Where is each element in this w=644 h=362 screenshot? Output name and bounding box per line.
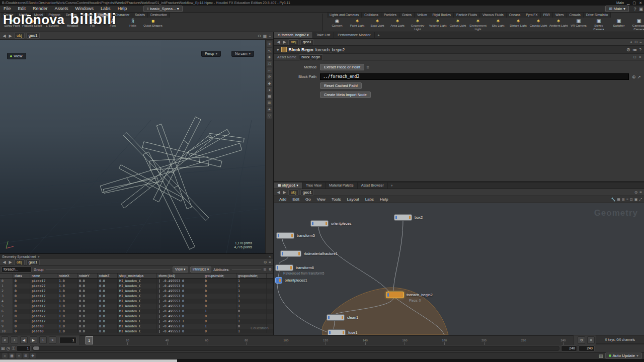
node-body[interactable] bbox=[386, 292, 404, 298]
block-path-field[interactable]: ../foreach_end2 bbox=[320, 73, 629, 80]
shelf-tab[interactable]: Destruction bbox=[148, 13, 170, 18]
view-dropdown[interactable]: View ▾ bbox=[173, 266, 188, 273]
shelf-tool[interactable]: ▣Switcher bbox=[609, 18, 629, 32]
path-node[interactable]: geo1 bbox=[26, 259, 40, 265]
shelf-tab[interactable]: Character bbox=[113, 13, 133, 18]
intrinsics-dropdown[interactable]: intrinsics ▾ bbox=[190, 266, 212, 273]
node-body[interactable] bbox=[328, 329, 346, 335]
viewport-tool-icon[interactable]: ✚ bbox=[267, 54, 272, 60]
shelf-tab[interactable]: Particle Fluids bbox=[454, 13, 480, 18]
table-row[interactable]: 10piece271.00.00.0MI_Wooden_C[ -0.495553… bbox=[0, 284, 273, 289]
network-editor-canvas[interactable]: Geometry box2 orientpieces transform5 rb… bbox=[274, 203, 644, 335]
shelf-tool[interactable]: ✶Area Light bbox=[387, 18, 408, 32]
viewport-tool-icon[interactable]: ● bbox=[267, 87, 272, 93]
shelf-tab[interactable]: Lights and Cameras bbox=[327, 13, 362, 18]
node-orientpieces[interactable]: orientpieces bbox=[310, 220, 351, 227]
shelf-tab[interactable]: Vellum bbox=[415, 13, 430, 18]
method-dropdown[interactable]: Extract Piece or Point bbox=[320, 64, 364, 70]
shelf-tab[interactable]: Deform bbox=[63, 13, 79, 18]
close-icon[interactable]: ✕ bbox=[269, 254, 271, 259]
column-header[interactable]: groupoutside; bbox=[236, 274, 267, 278]
close-icon[interactable]: ✕ bbox=[639, 0, 642, 6]
menu-icon[interactable]: ≡ bbox=[639, 55, 641, 59]
table-row[interactable]: 00piece171.00.00.0MI_Wooden_C[ -0.495553… bbox=[0, 279, 273, 284]
path-node[interactable]: geo1 bbox=[26, 33, 40, 39]
shelf-tool[interactable]: ✶Spot Light bbox=[367, 18, 387, 32]
shelf-tab[interactable]: Pyro FX bbox=[523, 13, 540, 18]
table-row[interactable]: 50piece171.00.00.0MI_Wooden_C[ -0.495553… bbox=[0, 304, 273, 309]
shelf-tool[interactable]: AFont bbox=[103, 18, 123, 32]
shelf-tab[interactable]: Texture bbox=[79, 13, 96, 18]
gear-icon[interactable]: ⚙ bbox=[269, 267, 272, 272]
step-forward-icon[interactable]: › bbox=[39, 336, 47, 344]
viewport-tool-icon[interactable]: ⊞ bbox=[267, 100, 272, 106]
message-log-icon[interactable]: ▤ bbox=[599, 353, 603, 358]
network-menu-item[interactable]: View bbox=[314, 196, 329, 203]
viewport-tool-icon[interactable]: ≡ bbox=[267, 41, 272, 47]
column-header[interactable]: groupsinside; bbox=[203, 274, 236, 278]
shelf-tab[interactable]: Rigid Bodies bbox=[430, 13, 454, 18]
snap-icon[interactable]: ⊡ bbox=[630, 198, 633, 202]
gear-icon[interactable]: ⚙ bbox=[626, 47, 630, 52]
color-icon[interactable]: ▣ bbox=[634, 198, 638, 202]
node-fuse1[interactable]: fuse1 bbox=[328, 329, 357, 335]
search-icon[interactable]: ⌕ bbox=[630, 40, 632, 45]
shelf-tool[interactable]: ▤File bbox=[83, 18, 103, 32]
shelf-tab[interactable]: Wires bbox=[553, 13, 567, 18]
expand-icon[interactable]: ⤢ bbox=[639, 198, 642, 202]
menu-item[interactable]: Assets bbox=[51, 6, 72, 12]
viewport-tool-icon[interactable]: ★ bbox=[267, 107, 272, 112]
shelf-tab[interactable]: Collisions bbox=[362, 13, 381, 18]
help-icon[interactable]: ? bbox=[639, 47, 641, 52]
menu-item[interactable]: Labs bbox=[97, 6, 114, 12]
asset-name-value[interactable]: block_begin bbox=[299, 54, 323, 60]
node-field[interactable]: foreach... bbox=[2, 266, 32, 273]
tab-take-list[interactable]: Take List bbox=[313, 32, 335, 38]
shelf-tool[interactable]: ■Quick Shapes bbox=[143, 18, 163, 32]
clock-icon[interactable]: ◷ bbox=[7, 346, 11, 351]
back-icon[interactable]: ◀ bbox=[2, 34, 7, 38]
statusbar-icon[interactable]: ✚ bbox=[30, 353, 36, 358]
statusbar-icon[interactable]: ⌗ bbox=[2, 353, 8, 358]
jump-icon[interactable]: ↗ bbox=[637, 74, 641, 79]
viewport-tool-icon[interactable]: ▽ bbox=[267, 113, 272, 119]
title-main-label[interactable]: Main bbox=[616, 0, 624, 6]
viewport-tool-icon[interactable]: ↖ bbox=[267, 48, 272, 53]
shelf-tool[interactable]: ▣Gamepad Camera bbox=[629, 18, 644, 32]
path-context[interactable]: obj bbox=[14, 33, 25, 39]
list-icon[interactable]: ≡ bbox=[626, 198, 628, 202]
shelf-tab[interactable]: Model bbox=[32, 13, 46, 18]
sliders-icon[interactable]: ≔ bbox=[632, 47, 637, 52]
shelf-tool[interactable]: ✶Distant Light bbox=[508, 18, 528, 32]
table-row[interactable]: 60piece171.00.00.0MI_Wooden_C[ -0.495553… bbox=[0, 309, 273, 314]
reset-cached-path-button[interactable]: Reset Cached Path! bbox=[320, 82, 362, 89]
forward-icon[interactable]: ▶ bbox=[282, 40, 287, 44]
node-body[interactable] bbox=[275, 277, 282, 284]
key-icon[interactable]: ⚿ bbox=[12, 346, 15, 351]
menu-icon[interactable]: ≡ bbox=[639, 40, 642, 45]
menu-item[interactable]: File bbox=[0, 6, 15, 12]
column-header[interactable]: rotateZ bbox=[98, 274, 118, 278]
node-body[interactable] bbox=[275, 264, 293, 271]
shelf-tool[interactable]: §Helix bbox=[123, 18, 143, 32]
node-chooser-icon[interactable]: ⊕ bbox=[632, 74, 636, 79]
path-node[interactable]: geo1 bbox=[300, 39, 314, 45]
layout-icon[interactable]: ⊞ bbox=[622, 198, 625, 202]
node-body[interactable] bbox=[327, 314, 345, 321]
shelf-tool[interactable]: ✶Environment Light bbox=[468, 18, 488, 32]
path-context[interactable]: obj bbox=[288, 39, 299, 45]
group-input[interactable] bbox=[45, 269, 171, 270]
range-slider-handle[interactable] bbox=[33, 346, 39, 350]
shelf-tool[interactable]: ▣Stereo Camera bbox=[589, 18, 609, 32]
filter-icon[interactable]: ⊞ bbox=[264, 267, 267, 272]
range-options-icon[interactable]: ⊞ bbox=[1, 346, 5, 351]
shelf-tab[interactable]: Particles bbox=[381, 13, 399, 18]
menu-icon[interactable]: ≡ bbox=[639, 190, 642, 195]
viewport-tool-icon[interactable]: □ bbox=[267, 61, 272, 66]
persp-selector[interactable]: Persp▾ bbox=[201, 51, 221, 57]
menu-item[interactable]: Render bbox=[29, 6, 51, 12]
column-header[interactable]: name bbox=[30, 274, 57, 278]
shelf-tool[interactable]: ◆Platonic Solids bbox=[22, 18, 42, 32]
node-rbdmaterialfracture1[interactable]: rbdmaterialfracture1 bbox=[280, 250, 338, 257]
shelf-tool[interactable]: ✶Volume Light bbox=[428, 18, 448, 32]
